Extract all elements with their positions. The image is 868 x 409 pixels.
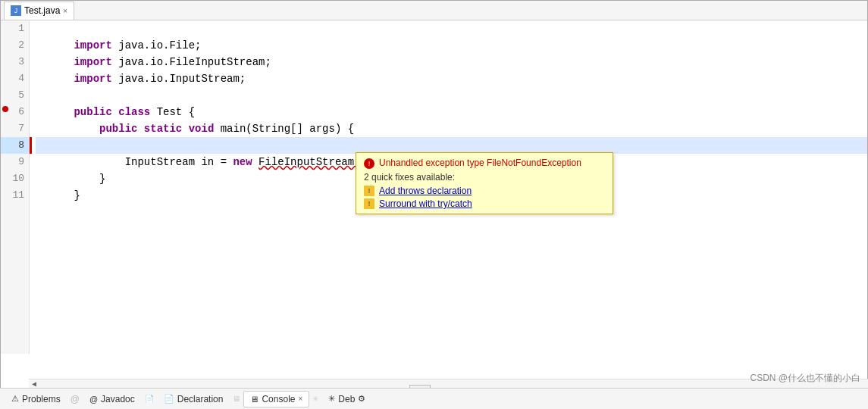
- keyword: class: [118, 106, 150, 118]
- horizontal-scrollbar[interactable]: ◀: [29, 379, 868, 388]
- tab-close-button[interactable]: ×: [63, 7, 67, 15]
- error-indicator-bar: [30, 137, 32, 154]
- code-line-8: InputStream in = new FileInputStream(f);: [36, 137, 867, 154]
- tab-problems[interactable]: ⚠ Problems: [5, 391, 67, 407]
- separator-4: ✳: [312, 395, 318, 403]
- watermark-text: CSDN @什么也不懂的小白: [750, 372, 860, 385]
- separator-1: @: [71, 394, 80, 404]
- scroll-left-arrow[interactable]: ◀: [32, 379, 36, 389]
- keyword: import: [74, 73, 111, 85]
- tab-debug-label: Deb: [338, 394, 355, 404]
- line-num-8: 8: [1, 137, 29, 154]
- java-file-icon: J: [11, 5, 21, 16]
- line-num-10: 10: [1, 170, 29, 187]
- declaration-icon: 📄: [164, 394, 174, 404]
- line-num-4: 4: [1, 70, 29, 87]
- separator-3: 🖥: [233, 395, 240, 403]
- fix1-icon: !: [364, 186, 374, 196]
- tab-bar: J Test.java ×: [1, 1, 867, 20]
- tab-problems-label: Problems: [22, 394, 61, 404]
- line-num-7: 7: [1, 120, 29, 137]
- code-line-5: public class Test {: [36, 87, 867, 104]
- tooltip-fixes-label: 2 quick fixes available:: [364, 172, 605, 183]
- bottom-tab-bar: ⚠ Problems @ @ Javadoc 📄 📄 Declaration 🖥…: [0, 388, 868, 409]
- line-num-11: 11: [1, 187, 29, 204]
- line-num-2: 2: [1, 37, 29, 54]
- line-num-6: 6: [1, 104, 29, 120]
- console-icon: 🖥: [250, 395, 259, 404]
- keyword: public: [74, 106, 111, 118]
- file-tab[interactable]: J Test.java ×: [4, 2, 74, 20]
- line-num-1: 1: [1, 20, 29, 37]
- error-tooltip: ! Unhandled exception type FileNotFoundE…: [356, 152, 613, 214]
- error-text: Unhandled exception type FileNotFoundExc…: [379, 158, 581, 168]
- line-num-3: 3: [1, 54, 29, 70]
- line-numbers: 1 2 3 4 5 6 7 8 9 10 11: [1, 20, 30, 354]
- tab-console-label: Console: [262, 394, 295, 404]
- line-num-5: 5: [1, 87, 29, 104]
- tab-javadoc[interactable]: @ Javadoc: [83, 391, 142, 407]
- fix2-icon: !: [364, 198, 374, 209]
- fix1-item[interactable]: ! Add throws declaration: [364, 186, 605, 196]
- tab-label: Test.java: [24, 5, 60, 16]
- keyword: static: [144, 123, 182, 135]
- tab-javadoc-label: Javadoc: [101, 394, 135, 404]
- code-content[interactable]: import java.io.File; import java.io.File…: [30, 20, 867, 354]
- error-icon: !: [364, 158, 374, 169]
- editor-area: 1 2 3 4 5 6 7 8 9 10 11 import java.io.F…: [1, 20, 867, 354]
- tab-declaration-label: Declaration: [177, 394, 224, 404]
- code-line-1: import java.io.File;: [36, 20, 867, 37]
- javadoc-icon: @: [89, 395, 98, 404]
- fix2-item[interactable]: ! Surround with try/catch: [364, 198, 605, 209]
- line-num-9: 9: [1, 154, 29, 170]
- tab-declaration[interactable]: 📄 Declaration: [157, 391, 230, 407]
- fix2-link[interactable]: Surround with try/catch: [379, 198, 472, 209]
- keyword: import: [74, 56, 111, 68]
- console-close-button[interactable]: ×: [298, 395, 302, 403]
- debug-settings-icon: ⚙: [358, 394, 365, 404]
- keyword: new: [233, 156, 252, 168]
- tab-console[interactable]: 🖥 Console ×: [243, 391, 309, 407]
- keyword: public: [99, 123, 137, 135]
- keyword: import: [74, 39, 111, 52]
- tooltip-error-message: ! Unhandled exception type FileNotFoundE…: [364, 158, 605, 169]
- problems-icon: ⚠: [11, 394, 19, 404]
- keyword: void: [189, 123, 215, 135]
- fix1-link[interactable]: Add throws declaration: [379, 186, 472, 196]
- debug-icon: ✳: [328, 394, 335, 404]
- tab-debug[interactable]: ✳ Deb ⚙: [321, 391, 372, 407]
- separator-2: 📄: [145, 395, 154, 403]
